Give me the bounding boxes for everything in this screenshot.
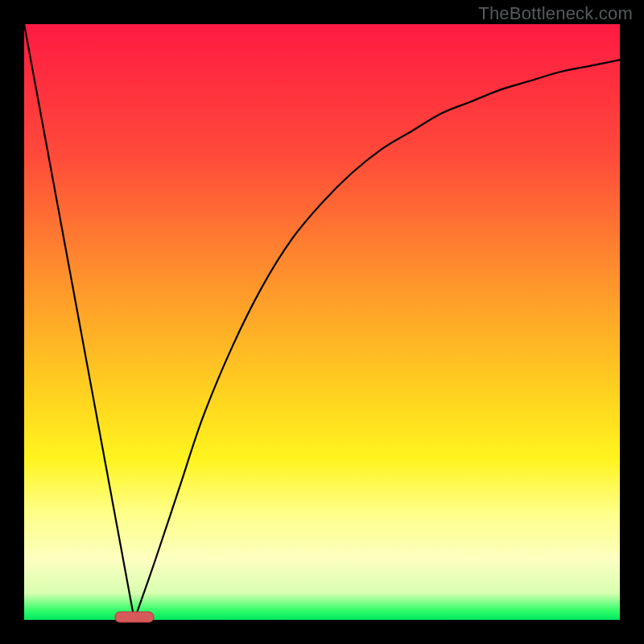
target-marker [115,612,154,622]
watermark-label: TheBottleneck.com [478,3,633,24]
bottleneck-chart [0,0,644,644]
chart-frame: TheBottleneck.com [0,0,644,644]
plot-background [24,24,620,620]
